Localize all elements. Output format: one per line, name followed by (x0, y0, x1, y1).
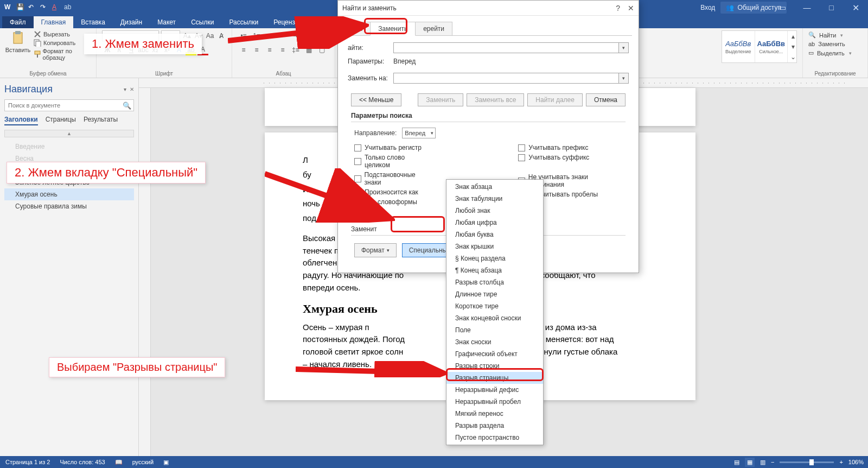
menu-item[interactable]: ¶ Конец абзаца (446, 264, 543, 276)
nav-dropdown-icon[interactable]: ▾ (124, 86, 126, 92)
menu-item[interactable]: Любая буква (446, 229, 543, 241)
menu-item[interactable]: Разрыв столбца (446, 276, 543, 288)
menu-item[interactable]: Разрыв раздела (446, 420, 543, 432)
replace-one-button[interactable]: Заменить (418, 93, 463, 106)
nav-search[interactable]: 🔍 (4, 99, 134, 111)
status-macro-icon[interactable]: ▣ (163, 459, 169, 466)
menu-item[interactable]: Длинное тире (446, 288, 543, 300)
nav-item[interactable]: Суровые правила зимы (4, 200, 134, 212)
direction-select[interactable]: Вперед (402, 128, 436, 138)
view-read-icon[interactable]: ▤ (734, 459, 739, 466)
styles-gallery[interactable]: АаБбВв Выделение АаБбВв Сильное... ▴ ▾ ⌄ (722, 30, 797, 63)
change-case-icon[interactable]: Aa (206, 30, 215, 41)
menu-item[interactable]: Пустое пространство (446, 432, 543, 444)
check-case[interactable]: Учитывать регистр (354, 144, 431, 151)
nav-tab-pages[interactable]: Страницы (46, 116, 76, 125)
tab-design[interactable]: Дизайн (113, 16, 150, 28)
dialog-tab-goto[interactable]: ерейти (416, 22, 452, 36)
search-icon[interactable]: 🔍 (120, 100, 133, 111)
find-button[interactable]: 🔍Найти▾ (808, 30, 862, 40)
view-web-icon[interactable]: ▥ (760, 459, 765, 466)
styles-more-icon[interactable]: ▴ (788, 31, 799, 41)
dialog-titlebar[interactable]: Найти и заменить ?✕ (338, 1, 639, 16)
paste-button[interactable]: Вставить (5, 30, 30, 53)
status-spellcheck-icon[interactable]: 📖 (115, 459, 123, 466)
sign-in-link[interactable]: Вход (700, 4, 715, 11)
menu-item[interactable]: Любая цифра (446, 217, 543, 229)
nav-close-icon[interactable]: ✕ (130, 86, 134, 92)
zoom-in-icon[interactable]: + (839, 459, 843, 465)
dialog-tab-replace[interactable]: Заменить (370, 22, 416, 36)
tab-insert[interactable]: Вставка (73, 16, 113, 28)
copy-button[interactable]: Копировать (34, 39, 91, 47)
menu-item[interactable]: Любой знак (446, 205, 543, 217)
menu-item[interactable]: Знак табуляции (446, 193, 543, 205)
paste-icon (10, 30, 25, 46)
dropdown-icon[interactable]: ▾ (618, 43, 628, 53)
ruler-vertical[interactable] (139, 88, 151, 456)
dialog-close-icon[interactable]: ✕ (628, 4, 634, 12)
menu-item[interactable]: Знак абзаца (446, 181, 543, 193)
replace-all-button[interactable]: Заменить все (467, 93, 524, 106)
zoom-level[interactable]: 106% (848, 459, 864, 465)
less-button[interactable]: << Меньше (351, 93, 401, 106)
style-emphasis[interactable]: АаБбВв Выделение (722, 31, 755, 62)
dialog-help-icon[interactable]: ? (616, 4, 620, 12)
menu-item[interactable]: § Конец раздела (446, 252, 543, 264)
status-words[interactable]: Число слов: 453 (60, 459, 105, 465)
ribbon-options-icon[interactable]: ▭ (770, 0, 795, 15)
nav-tab-headings[interactable]: Заголовки (4, 116, 38, 125)
dropdown-icon[interactable]: ▾ (618, 73, 628, 83)
format-button[interactable]: Формат▾ (354, 243, 397, 257)
menu-item[interactable]: Поле (446, 324, 543, 336)
clipboard-label: Буфер обмена (5, 69, 91, 77)
styles-more-icon2[interactable]: ▾ (788, 41, 799, 52)
find-input[interactable]: ▾ (393, 42, 629, 53)
replace-button[interactable]: abЗаменить (808, 40, 862, 48)
format-painter-button[interactable]: Формат по образцу (34, 48, 91, 61)
menu-item[interactable]: Мягкий перенос (446, 408, 543, 420)
nav-item[interactable]: Введение (4, 141, 134, 153)
menu-item[interactable]: Знак концевой сноски (446, 312, 543, 324)
cancel-button[interactable]: Отмена (586, 93, 626, 106)
zoom-out-icon[interactable]: − (771, 459, 774, 465)
minimize-icon[interactable]: — (795, 0, 819, 15)
view-print-icon[interactable]: ▦ (745, 458, 755, 467)
menu-item[interactable]: Неразрывный дефис (446, 384, 543, 396)
tab-layout[interactable]: Макет (150, 16, 183, 28)
menu-item-page-break[interactable]: Разрыв страницы (446, 372, 543, 384)
menu-item[interactable]: Разрыв строки (446, 360, 543, 372)
undo-icon[interactable]: ↶ (28, 3, 37, 12)
redo-icon[interactable]: ↷ (40, 3, 49, 12)
tab-references[interactable]: Ссылки (183, 16, 221, 28)
menu-item[interactable]: Знак крышки (446, 241, 543, 252)
nav-item[interactable]: Хмурая осень (4, 188, 134, 200)
nav-search-input[interactable] (5, 100, 120, 111)
zoom-slider[interactable] (780, 461, 834, 463)
status-page[interactable]: Страница 1 из 2 (5, 459, 50, 465)
check-prefix[interactable]: Учитывать префикс (518, 144, 622, 151)
maximize-icon[interactable]: □ (819, 0, 844, 15)
menu-item[interactable]: Неразрывный пробел (446, 396, 543, 408)
check-suffix[interactable]: Учитывать суффикс (518, 154, 622, 161)
cut-button[interactable]: Вырезать (34, 30, 91, 38)
menu-item[interactable]: Графический объект (446, 348, 543, 360)
styles-expand-icon[interactable]: ⌄ (788, 52, 799, 62)
replace-input[interactable]: ▾ (393, 73, 629, 84)
style-strong[interactable]: АаБбВв Сильное... (755, 31, 788, 62)
find-next-button[interactable]: Найти далее (527, 93, 583, 106)
clear-format-icon[interactable]: A̷ (217, 30, 226, 41)
menu-item[interactable]: Знак сноски (446, 336, 543, 348)
highlight-icon[interactable]: ab (64, 3, 73, 12)
status-language[interactable]: русский (132, 459, 154, 465)
nav-tab-results[interactable]: Результаты (84, 116, 118, 125)
check-whole-word[interactable]: Только слово целиком (354, 154, 431, 169)
menu-item[interactable]: Короткое тире (446, 300, 543, 312)
tab-file[interactable]: Файл (2, 16, 34, 28)
save-icon[interactable]: 💾 (16, 3, 25, 12)
tab-home[interactable]: Главная (34, 16, 74, 28)
close-icon[interactable]: ✕ (844, 0, 868, 15)
font-color-icon[interactable]: A (52, 3, 61, 12)
select-button[interactable]: ▭Выделить▾ (808, 48, 862, 58)
nav-collapse-bar[interactable]: ▲ (4, 130, 134, 137)
